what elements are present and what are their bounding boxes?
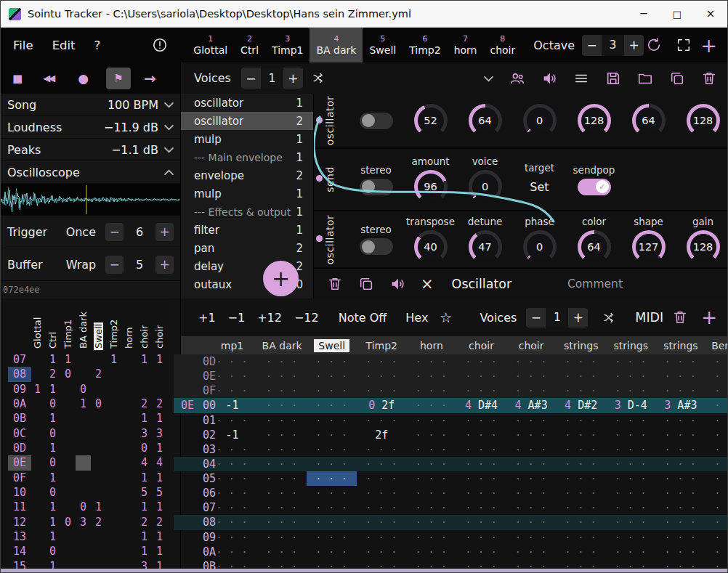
pattern-cell[interactable]: · · · [456,457,506,471]
pattern-cell[interactable]: · · · [357,413,407,428]
pattern-cell[interactable]: · · · [655,530,705,545]
order-cell[interactable] [60,441,76,455]
pattern-cell[interactable]: · · · [257,486,307,500]
order-cell[interactable]: 1 [45,352,60,367]
order-cell[interactable] [121,544,137,558]
menu-file[interactable]: File [4,28,43,62]
pattern-track-header[interactable]: BentStr [705,336,728,354]
order-cell[interactable] [137,382,152,397]
pattern-track-header[interactable]: strings [606,336,656,354]
pattern-cell[interactable]: · · · [207,383,257,398]
order-cell[interactable]: 1 [152,529,167,544]
pattern-cell[interactable]: · · · [556,442,606,457]
menu-edit[interactable]: Edit [43,28,85,62]
order-cell[interactable] [76,411,91,426]
load-instrument-icon[interactable] [637,70,653,86]
trigger-mode[interactable]: Once [66,225,105,239]
order-cell[interactable]: 2 [152,397,167,411]
order-track-header[interactable]: choir [137,324,152,350]
pattern-cell[interactable]: · · · [456,545,506,559]
order-track-header[interactable]: Timp2 [106,318,121,350]
pattern-cell[interactable]: · · · [406,471,456,486]
pattern-cell[interactable]: · · · [406,428,456,442]
stop-button[interactable]: ■ [12,72,23,85]
delete-instrument-icon[interactable] [701,70,717,86]
pattern-cell[interactable]: · · · [456,354,506,369]
order-cell[interactable] [91,455,106,470]
pattern-cell[interactable]: · · · [456,383,506,398]
pattern-track-header[interactable]: Timp2 [357,336,407,354]
pattern-cell[interactable]: · · · [307,413,357,428]
pattern-cell[interactable]: · · · [655,471,705,486]
order-cell[interactable]: 1 [45,471,60,485]
pattern-cell[interactable]: · · · [606,515,656,529]
pattern-cell[interactable]: · · · [257,398,307,413]
buffer-increment-button[interactable]: + [155,256,174,274]
order-cell[interactable] [76,471,91,485]
order-cell[interactable] [60,397,76,411]
pattern-track-header[interactable]: choir [506,336,557,354]
order-cell[interactable] [60,529,76,544]
pattern-cell[interactable]: · · · [307,457,357,471]
order-cell[interactable] [30,515,45,529]
pattern-cell[interactable]: · · · [357,354,407,369]
pattern-cell[interactable]: · · · [357,515,407,529]
order-cell[interactable] [30,500,45,514]
param-toggle[interactable] [360,238,393,255]
pattern-cell[interactable]: · · · [606,545,656,559]
pattern-cell[interactable]: 3 D-4 [606,398,656,413]
pattern-cell[interactable]: · · · [556,486,606,500]
order-cell[interactable]: 5 [137,485,152,500]
param-knob[interactable]: 0 [469,170,502,203]
pattern-cell[interactable]: · · · [556,369,606,383]
pattern-cell[interactable]: · · · [307,486,357,500]
pattern-cell[interactable]: · · · [506,530,557,545]
song-row[interactable]: Song 100 BPM [1,94,180,116]
pattern-cell[interactable]: · · · [705,457,728,471]
order-cell[interactable] [121,485,137,500]
instrument-tab-choir[interactable]: 8choir [483,28,522,62]
order-track-header[interactable]: Swell [91,322,106,350]
order-cell[interactable]: 1 [152,441,167,455]
param-knob[interactable]: 47 [469,230,502,264]
param-knob[interactable]: 64 [578,230,611,264]
split-voices-icon[interactable] [312,71,325,85]
order-cell[interactable]: 1 [45,515,60,529]
pattern-cell[interactable]: · · · [207,545,257,559]
pattern-cell[interactable]: · · · [406,486,456,500]
order-cell[interactable] [121,441,137,455]
pattern-cell[interactable]: 2f [357,428,407,442]
pattern-cell[interactable]: · · · [207,530,257,545]
order-cell[interactable] [76,352,91,367]
order-cell[interactable]: 0 [60,367,76,381]
instrument-tab-glottal[interactable]: 1Glottal [187,28,234,62]
pattern-cell[interactable]: · · · [406,369,456,383]
pattern-cell[interactable]: · · · [307,398,357,413]
pattern-cell[interactable]: · · · [705,369,728,383]
order-cell[interactable]: 1 [45,411,60,426]
pattern-cell[interactable]: · · · [307,383,357,398]
order-cell[interactable]: 1 [137,352,152,367]
order-cell[interactable] [106,515,121,529]
pattern-cell[interactable]: · · · [705,354,728,369]
order-cell[interactable]: 0 [76,500,91,514]
pattern-cell[interactable]: · · · [207,413,257,428]
trigger-decrement-button[interactable]: − [105,223,124,241]
order-cell[interactable] [106,441,121,455]
order-track-header[interactable]: Timp1 [60,318,76,350]
order-cell[interactable] [91,485,106,500]
pattern-cell[interactable]: · · · [357,545,407,559]
horizontal-scrollbar[interactable] [1,569,727,572]
pattern-cell[interactable]: · · · [705,428,728,442]
order-cell[interactable] [121,500,137,514]
unit-list-item[interactable]: --- Effects & output1 [181,203,313,221]
order-cell[interactable] [30,397,45,411]
pattern-cell[interactable]: · · · [606,500,656,515]
order-cell[interactable] [60,471,76,485]
unit-solo-icon[interactable] [389,276,405,292]
oscilloscope-row[interactable]: Oscilloscope [1,161,180,184]
pattern-cell[interactable]: · · · [406,545,456,559]
pattern-cell[interactable]: · · · [705,442,728,457]
pattern-cell[interactable]: · · · [606,383,656,398]
pattern-voices-decrement-button[interactable]: − [526,308,546,328]
